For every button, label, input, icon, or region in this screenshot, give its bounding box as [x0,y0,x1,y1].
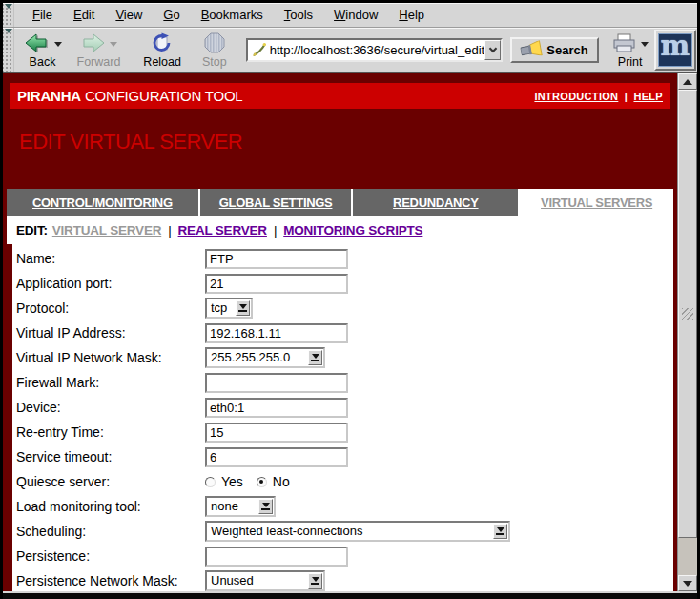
scrollbar-track[interactable] [678,538,697,575]
scheduling-label: Scheduling: [16,524,205,539]
tab-global-settings[interactable]: GLOBAL SETTINGS [200,189,354,216]
persistence-label: Persistence: [16,548,205,564]
piranha-header: PIRANHA CONFIGURATION TOOL INTRODUCTION … [10,83,670,109]
stop-label: Stop [202,55,227,69]
load-monitoring-tool-select[interactable]: none [205,496,276,517]
help-link[interactable]: HELP [633,91,663,102]
url-dropdown-arrow[interactable] [484,40,501,60]
menu-item-help[interactable]: Help [388,5,435,25]
menu-item-tools[interactable]: Tools [274,5,323,25]
application-port-input[interactable] [205,274,348,294]
tab-virtual-servers[interactable]: VIRTUAL SERVERS [520,189,673,216]
page-bookmark-icon[interactable] [248,42,270,57]
menubar-grippy[interactable] [3,3,14,27]
radio-checked-icon [257,477,267,487]
menu-item-go[interactable]: Go [153,5,190,25]
quiesce-server-radio-yes[interactable]: Yes [205,474,243,489]
virtual-ip-address-input[interactable] [205,323,348,343]
quiesce-server-radio-no[interactable]: No [257,474,290,489]
form-row-protocol: Protocol:tcp [16,296,673,320]
forward-button[interactable]: Forward [72,31,127,70]
application-port-label: Application port: [16,276,205,291]
page-title: EDIT VIRTUAL SERVER [19,130,673,155]
stop-button[interactable]: Stop [196,31,233,70]
re-entry-time-label: Re-entry Time: [16,424,205,440]
form-row-firewall-mark: Firewall Mark: [16,370,673,395]
print-label: Print [618,55,643,69]
virtual-ip-network-mask-select[interactable]: 255.255.255.0 [205,347,325,368]
reload-button[interactable]: Reload [137,31,187,70]
menu-item-window[interactable]: Window [323,5,388,25]
menu-item-file[interactable]: File [22,5,63,25]
print-button[interactable]: Print [607,31,654,70]
print-icon [612,33,637,52]
firewall-mark-label: Firewall Mark: [16,375,205,390]
monitoring-scripts-link[interactable]: MONITORING SCRIPTS [283,223,422,238]
url-input[interactable] [270,43,485,57]
form-row-scheduling: Scheduling:Weighted least-connections [16,519,673,544]
toolbar-grippy[interactable] [3,28,14,72]
vertical-scrollbar[interactable] [677,73,697,591]
stop-icon [204,32,225,53]
back-dropdown-arrow[interactable] [54,42,62,47]
scroll-down-icon [683,581,692,587]
protocol-select-arrow-icon [236,300,250,316]
form-row-virtual-ip-network-mask: Virtual IP Network Mask:255.255.255.0 [16,345,673,370]
device-input[interactable] [205,398,348,418]
scrollbar-thumb[interactable] [678,90,697,538]
real-server-link[interactable]: REAL SERVER [178,223,267,238]
scroll-up-button[interactable] [678,73,697,90]
virtual-ip-network-mask-select-value: 255.255.255.0 [207,349,307,366]
scheduling-select[interactable]: Weighted least-connections [205,521,510,542]
protocol-label: Protocol: [16,300,205,316]
persistence-network-mask-select-arrow-icon [308,573,322,589]
forward-icon [79,31,106,54]
load-monitoring-tool-select-arrow-icon [258,499,273,514]
persistence-input[interactable] [205,547,348,567]
forward-dropdown-arrow[interactable] [110,42,117,47]
browser-window: File Edit View Go Bookmarks Tools Window… [0,0,700,599]
tab-redundancy[interactable]: REDUNDANCY [353,189,520,216]
firewall-mark-input[interactable] [205,373,348,393]
reload-label: Reload [143,55,181,69]
menu-bar: File Edit View Go Bookmarks Tools Window… [3,3,697,28]
protocol-select[interactable]: tcp [205,298,253,319]
form-row-quiesce-server: Quiesce server:YesNo [16,469,673,494]
persistence-network-mask-select-value: Unused [207,572,307,589]
load-monitoring-tool-label: Load monitoring tool: [16,499,205,514]
re-entry-time-input[interactable] [205,423,348,443]
quiesce-server-radio-label-no: No [273,474,290,489]
service-timeout-label: Service timeout: [16,449,205,465]
form-row-name: Name: [16,246,673,271]
persistence-network-mask-select[interactable]: Unused [205,570,325,591]
collapse-toolbar-icon [5,29,12,33]
navigation-toolbar: Back Forward R [3,28,697,72]
link-separator: | [622,91,630,102]
scroll-down-button[interactable] [678,575,697,591]
form-row-device: Device: [16,395,673,420]
window-bottom-edge [3,591,697,599]
menu-item-bookmarks[interactable]: Bookmarks [191,5,274,25]
device-label: Device: [16,400,205,415]
introduction-link[interactable]: INTRODUCTION [534,91,618,102]
print-dropdown-arrow[interactable] [641,42,649,47]
edit-subnav: EDIT: VIRTUAL SERVER | REAL SERVER | MON… [7,216,673,244]
thumb-grip-icon [682,308,693,320]
virtual-ip-network-mask-label: Virtual IP Network Mask: [16,350,205,365]
name-label: Name: [16,251,205,266]
quiesce-server-radio-label-yes: Yes [221,474,243,489]
mozilla-logo-button[interactable]: m [654,30,696,71]
browser-viewport: PIRANHA CONFIGURATION TOOL INTRODUCTION … [3,72,697,591]
search-button[interactable]: Search [510,37,598,63]
menu-item-view[interactable]: View [105,5,153,25]
back-button[interactable]: Back [18,31,68,70]
menu-item-edit[interactable]: Edit [63,5,105,25]
tab-control-monitoring[interactable]: CONTROL/MONITORING [7,189,200,216]
subnav-separator: | [267,223,283,238]
virtual-ip-network-mask-select-arrow-icon [308,350,322,365]
name-input[interactable] [205,249,348,269]
brand-name: PIRANHA [17,88,81,104]
service-timeout-input[interactable] [205,447,348,467]
quiesce-server-label: Quiesce server: [16,474,205,489]
virtual-ip-address-label: Virtual IP Address: [16,325,205,341]
